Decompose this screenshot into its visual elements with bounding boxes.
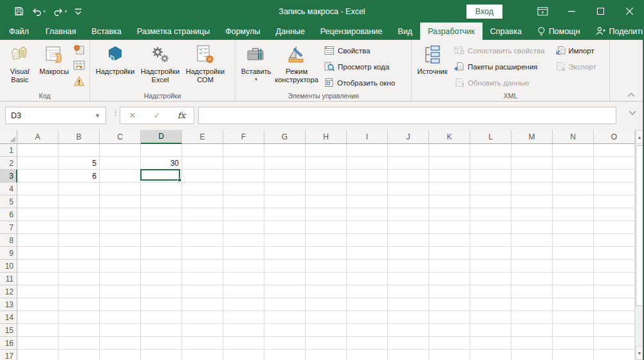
cell-B9[interactable] [59,247,100,260]
cell-A10[interactable] [17,260,59,273]
cell-G4[interactable] [264,183,306,195]
cell-M9[interactable] [511,247,553,260]
cell-G16[interactable] [264,337,306,350]
cell-F1[interactable] [223,144,264,157]
cell-N3[interactable] [553,170,594,183]
cell-A12[interactable] [17,285,59,298]
cell-D8[interactable] [141,234,182,247]
cell-F4[interactable] [223,183,264,195]
cell-F3[interactable] [223,170,264,183]
cell-M7[interactable] [511,221,553,234]
cell-F7[interactable] [223,221,264,234]
undo-dropdown-caret[interactable]: ▾ [43,9,46,14]
row-header-8[interactable]: 8 [0,234,17,247]
cell-N9[interactable] [553,247,594,260]
cell-I8[interactable] [347,234,388,247]
cell-B4[interactable] [59,183,100,195]
cell-B17[interactable] [59,350,100,360]
row-header-11[interactable]: 11 [0,273,17,285]
cell-L12[interactable] [470,285,511,298]
cell-C15[interactable] [100,324,141,337]
cell-C8[interactable] [100,234,141,247]
cell-G6[interactable] [264,208,306,221]
cell-A3[interactable] [17,170,59,183]
cell-H8[interactable] [306,234,347,247]
cell-C3[interactable] [100,170,141,183]
cell-A4[interactable] [17,183,59,195]
cell-N13[interactable] [553,298,594,311]
cell-N12[interactable] [553,285,594,298]
tab-view[interactable]: Вид [390,22,420,40]
cell-D11[interactable] [141,273,182,285]
cell-D13[interactable] [141,298,182,311]
cell-M15[interactable] [511,324,553,337]
cell-O5[interactable] [594,195,635,208]
cell-E3[interactable] [182,170,223,183]
cell-F14[interactable] [223,311,264,324]
cell-B14[interactable] [59,311,100,324]
cell-B2[interactable]: 5 [59,157,100,170]
cell-E8[interactable] [182,234,223,247]
cell-N8[interactable] [553,234,594,247]
cell-O4[interactable] [594,183,635,195]
cell-J16[interactable] [388,337,429,350]
tab-home[interactable]: Главная [38,22,84,40]
insert-dropdown-caret[interactable]: ▾ [255,76,257,82]
cell-B16[interactable] [59,337,100,350]
cell-H7[interactable] [306,221,347,234]
cell-B6[interactable] [59,208,100,221]
cell-M10[interactable] [511,260,553,273]
cell-D14[interactable] [141,311,182,324]
cell-O14[interactable] [594,311,635,324]
cell-J3[interactable] [388,170,429,183]
tab-review[interactable]: Рецензирование [313,22,391,40]
cell-D2[interactable]: 30 [141,157,182,170]
cell-B15[interactable] [59,324,100,337]
cell-L15[interactable] [470,324,511,337]
select-all-button[interactable] [0,130,17,144]
cell-C11[interactable] [100,273,141,285]
cell-H10[interactable] [306,260,347,273]
cell-C5[interactable] [100,195,141,208]
row-header-6[interactable]: 6 [0,208,17,221]
cell-A11[interactable] [17,273,59,285]
cell-D1[interactable] [141,144,182,157]
cell-C1[interactable] [100,144,141,157]
cell-G9[interactable] [264,247,306,260]
cell-G12[interactable] [264,285,306,298]
cell-G8[interactable] [264,234,306,247]
cell-E17[interactable] [182,350,223,360]
cell-J15[interactable] [388,324,429,337]
cell-M11[interactable] [511,273,553,285]
cell-C14[interactable] [100,311,141,324]
cell-D10[interactable] [141,260,182,273]
cell-A5[interactable] [17,195,59,208]
collapse-ribbon-button[interactable] [623,91,639,98]
cell-L2[interactable] [470,157,511,170]
cell-O9[interactable] [594,247,635,260]
column-header-A[interactable]: A [17,130,59,144]
cell-E1[interactable] [182,144,223,157]
cell-O15[interactable] [594,324,635,337]
cell-I15[interactable] [347,324,388,337]
cell-E14[interactable] [182,311,223,324]
cell-L6[interactable] [470,208,511,221]
cell-F17[interactable] [223,350,264,360]
cell-D7[interactable] [141,221,182,234]
cell-K12[interactable] [429,285,470,298]
cell-B12[interactable] [59,285,100,298]
cell-H2[interactable] [306,157,347,170]
maximize-button[interactable] [586,0,615,22]
column-header-J[interactable]: J [388,130,429,144]
show-window-button[interactable]: Отобразить окно [322,75,398,90]
ribbon-display-options-button[interactable] [528,0,557,22]
cell-H6[interactable] [306,208,347,221]
row-header-2[interactable]: 2 [0,157,17,170]
cell-A16[interactable] [17,337,59,350]
row-header-16[interactable]: 16 [0,337,17,350]
cell-K4[interactable] [429,183,470,195]
cell-M1[interactable] [511,144,553,157]
tab-assistant[interactable]: Помощн [529,22,588,40]
cell-H15[interactable] [306,324,347,337]
cell-K5[interactable] [429,195,470,208]
